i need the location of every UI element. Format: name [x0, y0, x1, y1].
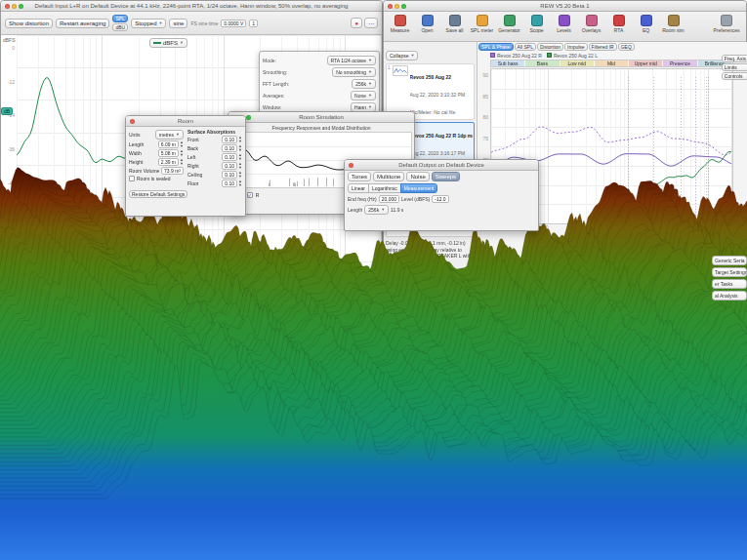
- room-dialog: Room Units metres▼ Length 6.09 m▲▼ Width…: [125, 115, 246, 217]
- tab-multitone[interactable]: Multitone: [373, 172, 404, 181]
- left-absorption-field[interactable]: 0.10: [222, 153, 237, 161]
- mode-linear[interactable]: Linear: [348, 183, 369, 193]
- eq-window-fragment: Generic Seria Target Settings er Tasks a…: [712, 256, 747, 300]
- stepper-icon[interactable]: ▲▼: [238, 180, 242, 186]
- mode-logarithmic[interactable]: Logarithmic: [368, 183, 401, 193]
- modal-analysis-button[interactable]: al Analysis: [712, 291, 747, 300]
- front-absorption-field[interactable]: 0.10: [222, 136, 237, 143]
- width-label: Width: [129, 150, 142, 156]
- room-volume-value: 73.9 m³: [161, 167, 184, 175]
- sealed-row: Room is sealed: [129, 176, 184, 181]
- signal-tabs: Tones Multitone Noise Sweeps: [345, 171, 538, 182]
- left-absorption-row: Left 0.10▲▼: [187, 153, 242, 161]
- stepper-icon[interactable]: ▲▼: [180, 149, 184, 156]
- close-icon[interactable]: [130, 119, 135, 124]
- room-volume-row: Room Volume 73.9 m³: [129, 167, 184, 175]
- sweep-mode-segmented: Linear Logarithmic Measurement: [348, 183, 437, 193]
- ceiling-absorption-field[interactable]: 0.10: [222, 171, 237, 179]
- filter-tasks-button[interactable]: er Tasks: [712, 279, 747, 289]
- traffic-lights: [130, 119, 135, 124]
- end-freq-field[interactable]: 20,000: [379, 195, 399, 203]
- stepper-icon[interactable]: ▲▼: [238, 144, 242, 151]
- stepper-icon[interactable]: ▲▼: [180, 158, 184, 165]
- target-settings-button[interactable]: Target Settings: [712, 267, 747, 277]
- front-label: Front: [187, 137, 199, 142]
- room-dimensions-column: Units metres▼ Length 6.09 m▲▼ Width 5.08…: [129, 129, 184, 200]
- sweep-length-row: Length 256k▼ 11.9 s: [345, 204, 538, 216]
- restore-defaults-button[interactable]: Restore Default Settings: [129, 190, 187, 198]
- right-speaker-label: R: [256, 192, 260, 198]
- stepper-icon[interactable]: ▲▼: [238, 162, 242, 169]
- level-field[interactable]: -12.0: [432, 195, 448, 203]
- mode-measurement[interactable]: Measurement: [400, 183, 438, 193]
- stepper-icon[interactable]: ▲▼: [238, 153, 242, 160]
- end-freq-label: End freq (Hz): [348, 196, 377, 202]
- units-row: Units metres▼: [129, 130, 184, 140]
- floor-absorption-row: Floor 0.10▲▼: [187, 180, 242, 187]
- length-field[interactable]: 6.09 m: [158, 140, 179, 148]
- output-titlebar[interactable]: Default Output on Default Device: [345, 160, 538, 171]
- room-sim-titlebar[interactable]: Room Simulation: [228, 112, 414, 123]
- eq-generic-serial-button[interactable]: Generic Seria: [712, 256, 747, 265]
- front-absorption-row: Front 0.10▲▼: [187, 136, 242, 143]
- length-row: Length 6.09 m▲▼: [129, 140, 184, 148]
- level-label: Level (dBFS): [401, 196, 430, 202]
- stepper-icon[interactable]: ▲▼: [238, 171, 242, 178]
- room-sim-title: Room Simulation: [254, 114, 389, 120]
- room-volume-label: Room Volume: [129, 168, 159, 174]
- floor-label: Floor: [187, 180, 198, 186]
- length-label: Length: [129, 141, 144, 147]
- output-title: Default Output on Default Device: [370, 162, 513, 168]
- tab-noise[interactable]: Noise: [406, 172, 429, 181]
- sweep-mode-row: Linear Logarithmic Measurement: [345, 182, 538, 194]
- left-label: Left: [187, 154, 195, 160]
- room-dialog-title: Room: [151, 118, 220, 124]
- stepper-icon[interactable]: ▲▼: [238, 136, 242, 142]
- units-label: Units: [129, 132, 140, 138]
- floor-absorption-field[interactable]: 0.10: [222, 180, 237, 187]
- tab-tones[interactable]: Tones: [348, 172, 371, 181]
- width-row: Width 5.08 m▲▼: [129, 149, 184, 157]
- room-sealed-checkbox[interactable]: [129, 176, 135, 181]
- right-label: Right: [187, 163, 199, 169]
- ceiling-label: Ceiling: [187, 172, 202, 178]
- back-label: Back: [187, 145, 198, 151]
- sweep-duration: 11.9 s: [391, 207, 403, 213]
- traffic-lights: [349, 163, 353, 168]
- height-field[interactable]: 2.39 m: [158, 158, 179, 166]
- length-label: Length: [348, 207, 362, 213]
- right-speaker-checkbox[interactable]: ✓: [247, 192, 253, 198]
- room-sealed-label: Room is sealed: [137, 176, 170, 181]
- right-absorption-field[interactable]: 0.10: [222, 162, 237, 170]
- chevron-down-icon: ▼: [381, 208, 385, 212]
- width-field[interactable]: 5.08 m: [158, 149, 179, 157]
- height-label: Height: [129, 159, 143, 165]
- sweep-fields-row: End freq (Hz) 20,000 Level (dBFS) -12.0: [345, 194, 538, 204]
- units-select[interactable]: metres▼: [155, 130, 184, 140]
- room-dialog-body: Units metres▼ Length 6.09 m▲▼ Width 5.08…: [126, 127, 245, 202]
- surface-absorptions-title: Surface Absorptions: [187, 129, 242, 135]
- tab-sweeps[interactable]: Sweeps: [432, 172, 460, 181]
- room-sim-graph-title: Frequency Responses and Modal Distributi…: [228, 125, 414, 131]
- room-dialog-titlebar[interactable]: Room: [126, 116, 245, 127]
- stepper-icon[interactable]: ▲▼: [180, 140, 184, 147]
- right-absorption-row: Right 0.10▲▼: [187, 162, 242, 170]
- chevron-down-icon: ▼: [176, 133, 180, 137]
- length-select[interactable]: 256k▼: [364, 205, 389, 215]
- surface-absorptions-column: Surface Absorptions Front 0.10▲▼ Back 0.…: [187, 129, 242, 200]
- close-icon[interactable]: [349, 163, 353, 168]
- back-absorption-row: Back 0.10▲▼: [187, 144, 242, 152]
- height-row: Height 2.39 m▲▼: [129, 158, 184, 166]
- zoom-icon[interactable]: [246, 115, 251, 120]
- ceiling-absorption-row: Ceiling 0.10▲▼: [187, 171, 242, 179]
- waterfall-plot[interactable]: [0, 0, 747, 560]
- back-absorption-field[interactable]: 0.10: [222, 144, 237, 152]
- output-generator-window: Default Output on Default Device Tones M…: [344, 159, 539, 231]
